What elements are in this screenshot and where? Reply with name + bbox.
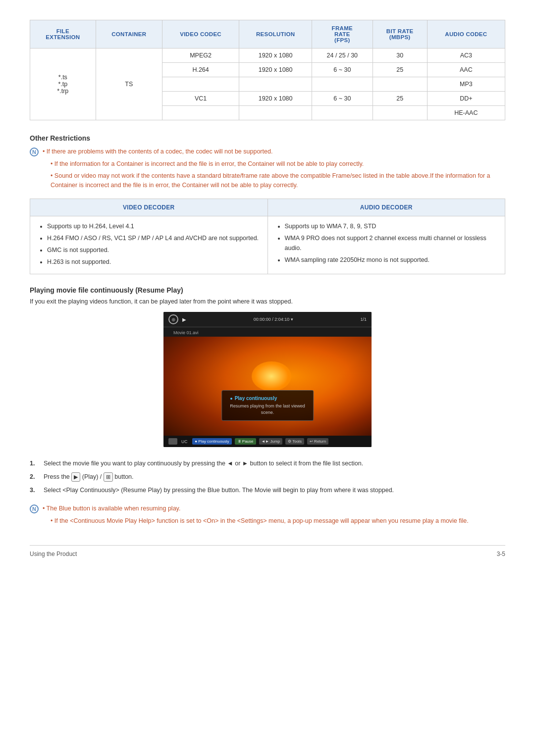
- resume-notes: N • The Blue button is available when re…: [30, 504, 505, 526]
- col-header-frame-rate: FRAMERATE(FPS): [312, 20, 373, 49]
- step-1-num: 1.: [30, 459, 40, 468]
- jump-btn: ◄► Jump: [259, 438, 283, 445]
- tools-btn: ⚙ Tools: [285, 438, 304, 445]
- step-1: 1. Select the movie file you want to pla…: [30, 459, 505, 468]
- pause-btn: ⏸ Pause: [235, 438, 256, 445]
- video-codec-cell: VC1: [162, 92, 239, 106]
- video-codec-cell: MPEG2: [162, 49, 239, 63]
- resolution-cell: [239, 106, 312, 120]
- col-header-file-extension: FILEEXTENSION: [30, 20, 96, 49]
- list-item: WMA sampling rate 22050Hz mono is not su…: [285, 255, 497, 265]
- note-icon: N: [30, 148, 39, 156]
- overlay-sub: Resumes playing from the last viewedscen…: [230, 403, 305, 415]
- globe-icon: ⊕: [168, 314, 178, 324]
- audio-codec-cell: HE-AAC: [427, 106, 505, 120]
- list-item: H.263 is not supported.: [47, 257, 260, 267]
- other-restrictions-title: Other Restrictions: [30, 134, 505, 142]
- step-3-num: 3.: [30, 486, 40, 495]
- resolution-cell: [239, 77, 312, 92]
- list-item: H.264 FMO / ASO / RS, VC1 SP / MP / AP L…: [47, 233, 260, 243]
- restriction-note-main: • If there are problems with the content…: [43, 147, 272, 156]
- col-header-container: CONTAINER: [96, 20, 162, 49]
- bitrate-cell: 30: [373, 49, 427, 63]
- video-overlay-box: ● Play continuously Resumes playing from…: [221, 390, 314, 421]
- overlay-title: ● Play continuously: [230, 396, 305, 401]
- bitrate-cell: 25: [373, 63, 427, 77]
- audio-codec-cell: MP3: [427, 77, 505, 92]
- note-icon-2: N: [30, 504, 39, 513]
- resume-note-row: N • The Blue button is available when re…: [30, 504, 505, 513]
- video-screenshot: ⊕ ▶ 00:00:00 / 2:04:10 ▾ 1/1 Movie 01.av…: [163, 312, 372, 447]
- decoder-table: VIDEO DECODER AUDIO DECODER Supports up …: [30, 199, 505, 274]
- audio-decoder-header: AUDIO DECODER: [268, 199, 505, 216]
- video-time: 00:00:00 / 2:04:10 ▾: [190, 317, 356, 322]
- resolution-cell: 1920 x 1080: [239, 63, 312, 77]
- bitrate-cell: 25: [373, 92, 427, 106]
- video-codec-cell: [162, 106, 239, 120]
- codec-table: FILEEXTENSION CONTAINER VIDEO CODEC RESO…: [30, 20, 505, 120]
- list-item: WMA 9 PRO does not support 2 channel exc…: [285, 233, 497, 253]
- video-image-area: ● Play continuously Resumes playing from…: [163, 337, 372, 436]
- audio-codec-cell: AAC: [427, 63, 505, 77]
- col-header-video-codec: VIDEO CODEC: [162, 20, 239, 49]
- resume-play-section: Playing movie file continuously (Resume …: [30, 286, 505, 525]
- enter-button-inline: ⊞: [104, 472, 113, 482]
- video-page: 1/1: [360, 317, 367, 322]
- resume-play-title: Playing movie file continuously (Resume …: [30, 286, 505, 294]
- audio-decoder-list: Supports up to WMA 7, 8, 9, STD WMA 9 PR…: [276, 221, 497, 265]
- col-header-resolution: RESOLUTION: [239, 20, 312, 49]
- footer-left: Using the Product: [30, 551, 77, 557]
- list-item: GMC is not supported.: [47, 245, 260, 255]
- fps-cell: [312, 106, 373, 120]
- step-2-text: Press the ▶ (Play) / ⊞ button.: [44, 472, 505, 482]
- audio-codec-cell: AC3: [427, 49, 505, 63]
- step-3-text: Select <Play Continuously> (Resume Play)…: [44, 486, 505, 495]
- resume-note-main: • The Blue button is available when resu…: [43, 504, 180, 513]
- list-item: Supports up to WMA 7, 8, 9, STD: [285, 221, 497, 231]
- restriction-sub-note-1: If the information for a Container is in…: [51, 159, 505, 169]
- resume-sub-note: If the <Continuous Movie Play Help> func…: [51, 516, 505, 526]
- step-1-text: Select the movie file you want to play c…: [44, 459, 505, 468]
- file-extensions-cell: *.ts*.tp*.trp: [30, 49, 96, 120]
- video-bottom-bar: UC ● Play continuously ⏸ Pause ◄► Jump ⚙…: [163, 436, 372, 447]
- video-codec-cell: [162, 77, 239, 92]
- bitrate-cell: [373, 106, 427, 120]
- resume-play-desc: If you exit the playing videos function,…: [30, 298, 505, 305]
- resolution-cell: 1920 x 1080: [239, 49, 312, 63]
- footer-right: 3-5: [497, 551, 505, 557]
- fps-cell: 6 ~ 30: [312, 63, 373, 77]
- step-3: 3. Select <Play Continuously> (Resume Pl…: [30, 486, 505, 495]
- audio-codec-cell: DD+: [427, 92, 505, 106]
- steps-list: 1. Select the movie file you want to pla…: [30, 459, 505, 495]
- restriction-sub-note-2: Sound or video may not work if the conte…: [51, 171, 505, 190]
- other-restrictions-section: Other Restrictions N • If there are prob…: [30, 134, 505, 190]
- col-header-bit-rate: BIT RATE(MBPS): [373, 20, 427, 49]
- audio-decoder-cell: Supports up to WMA 7, 8, 9, STD WMA 9 PR…: [268, 216, 505, 274]
- return-btn: ↩ Return: [307, 438, 328, 445]
- decoder-row: Supports up to H.264, Level 4.1 H.264 FM…: [30, 216, 505, 274]
- container-cell: TS: [96, 49, 162, 120]
- video-decoder-list: Supports up to H.264, Level 4.1 H.264 FM…: [38, 221, 260, 267]
- fps-cell: [312, 77, 373, 92]
- fps-cell: 24 / 25 / 30: [312, 49, 373, 63]
- table-row: *.ts*.tp*.trp TS MPEG2 1920 x 1080 24 / …: [30, 49, 505, 63]
- video-decoder-cell: Supports up to H.264, Level 4.1 H.264 FM…: [30, 216, 268, 274]
- video-top-bar: ⊕ ▶ 00:00:00 / 2:04:10 ▾ 1/1: [163, 312, 372, 327]
- col-header-audio-codec: AUDIO CODEC: [427, 20, 505, 49]
- fps-cell: 6 ~ 30: [312, 92, 373, 106]
- play-indicator: ▶: [182, 317, 186, 322]
- step-2-num: 2.: [30, 472, 40, 482]
- video-codec-cell: H.264: [162, 63, 239, 77]
- play-button-inline: ▶: [71, 472, 80, 482]
- video-filename: Movie 01.avi: [168, 329, 204, 337]
- restriction-note-row: N • If there are problems with the conte…: [30, 147, 505, 156]
- play-continuously-btn: ● Play continuously: [192, 438, 231, 445]
- uc-icon: [168, 438, 177, 445]
- video-decoder-header: VIDEO DECODER: [30, 199, 268, 216]
- footer: Using the Product 3-5: [30, 545, 505, 557]
- bitrate-cell: [373, 77, 427, 92]
- list-item: Supports up to H.264, Level 4.1: [47, 221, 260, 231]
- resolution-cell: 1920 x 1080: [239, 92, 312, 106]
- step-2: 2. Press the ▶ (Play) / ⊞ button.: [30, 472, 505, 482]
